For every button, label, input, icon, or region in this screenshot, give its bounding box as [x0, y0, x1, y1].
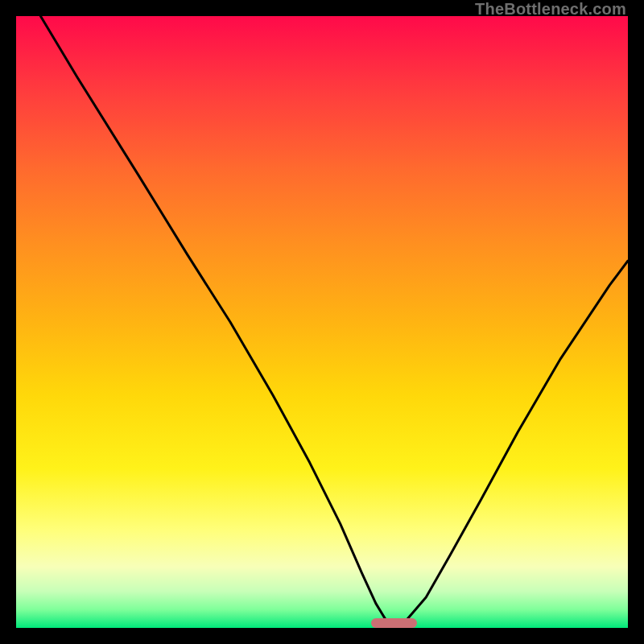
plot-area	[16, 16, 628, 628]
watermark-text: TheBottleneck.com	[475, 0, 626, 19]
bottleneck-curve	[16, 16, 628, 628]
optimum-marker	[371, 618, 417, 628]
chart-frame: TheBottleneck.com	[0, 0, 644, 644]
